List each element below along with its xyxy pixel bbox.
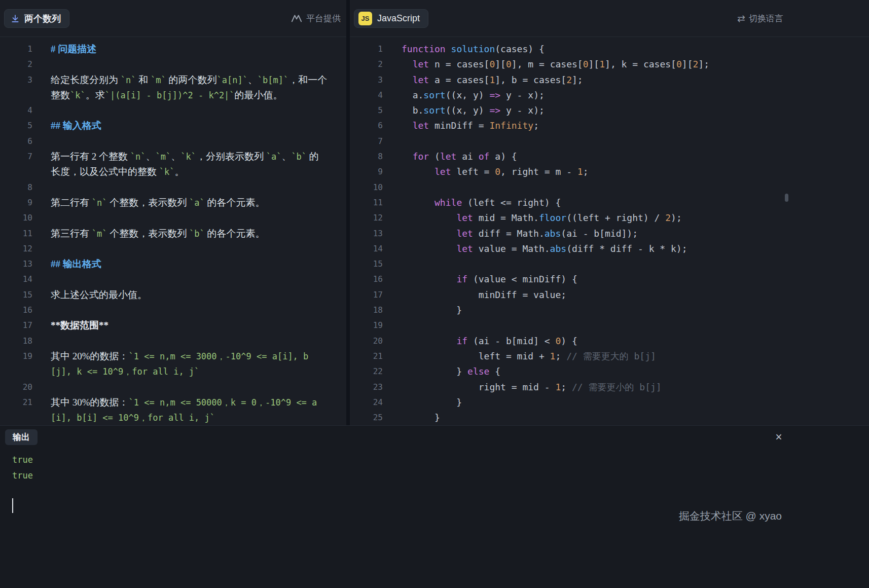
code-line: 7 [350, 134, 869, 149]
line-content: 第三行有 `m` 个整数，表示数列 `b` 的各个元素。 [32, 226, 265, 241]
markdown-line: 1# 问题描述 [0, 42, 346, 57]
watermark: 掘金技术社区 @ xyao [679, 509, 782, 523]
markdown-line: 10 [0, 210, 346, 226]
output-tab[interactable]: 输出 [5, 429, 38, 445]
output-console[interactable]: 输出 × truetrue 掘金技术社区 @ xyao [0, 425, 869, 588]
line-content: 长度，以及公式中的整数 `k`。 [32, 164, 184, 179]
line-number: 4 [0, 103, 32, 118]
line-number: 6 [350, 118, 383, 133]
code-line: 18 } [350, 303, 869, 318]
line-number: 16 [350, 272, 383, 287]
problem-panel-header: 两个数列 平台提供 [0, 0, 346, 37]
language-button[interactable]: JS JavaScript [354, 9, 428, 28]
line-number: 20 [350, 334, 383, 349]
console-output-line: true [12, 468, 33, 484]
markdown-line: 2 [0, 57, 346, 72]
line-number: 4 [350, 88, 383, 103]
line-content: } [383, 410, 440, 425]
app-root: 两个数列 平台提供 1# 问题描述23给定长度分别为 `n` 和 `m` 的两个… [0, 0, 869, 588]
line-content: left = mid + 1; // 需要更大的 b[j] [383, 349, 656, 364]
code-line: 6 let minDiff = Infinity; [350, 118, 869, 133]
markdown-line: 14 [0, 272, 346, 287]
line-number: 2 [350, 57, 383, 72]
line-number: 15 [0, 287, 32, 303]
line-content: [j], k <= 10^9，for all i, j` [32, 364, 199, 379]
markdown-line: 12 [0, 241, 346, 256]
line-content: if (ai - b[mid] < 0) { [383, 334, 577, 349]
line-number: 11 [350, 195, 383, 210]
markdown-line: 7第一行有 2 个整数 `n`、`m`、`k`，分别表示数列 `a`、`b` 的 [0, 149, 346, 164]
line-content [383, 180, 402, 195]
markdown-content[interactable]: 1# 问题描述23给定长度分别为 `n` 和 `m` 的两个数列`a[n]`、`… [0, 37, 346, 425]
code-panel-header: JS JavaScript ⇄ 切换语言 [350, 0, 869, 37]
line-content: let diff = Math.abs(ai - b[mid]); [383, 226, 638, 241]
line-content [32, 103, 51, 118]
line-number: 11 [0, 226, 32, 241]
line-content: 求上述公式的最小值。 [32, 287, 147, 303]
line-number: 21 [0, 395, 32, 410]
panel-divider[interactable] [346, 0, 350, 425]
platform-provider-label: 平台提供 [306, 13, 341, 24]
markdown-line: 5## 输入格式 [0, 118, 346, 133]
line-number: 15 [350, 256, 383, 272]
line-content [32, 380, 51, 395]
markdown-line: 15求上述公式的最小值。 [0, 287, 346, 303]
problem-title-button[interactable]: 两个数列 [4, 9, 69, 28]
markdown-line: 长度，以及公式中的整数 `k`。 [0, 164, 346, 179]
line-number [0, 164, 32, 179]
line-number [0, 364, 32, 379]
line-content: function solution(cases) { [383, 42, 545, 57]
line-content: # 问题描述 [32, 42, 96, 57]
markdown-line: 16 [0, 303, 346, 318]
line-content: **数据范围** [32, 318, 108, 333]
code-line: 25 } [350, 410, 869, 425]
code-line: 20 if (ai - b[mid] < 0) { [350, 334, 869, 349]
line-content [32, 180, 51, 195]
line-number: 10 [0, 210, 32, 226]
code-line: 11 while (left <= right) { [350, 195, 869, 210]
line-content [32, 334, 51, 349]
code-panel: JS JavaScript ⇄ 切换语言 1function solution(… [350, 0, 869, 425]
line-content [383, 318, 402, 333]
code-line: 17 minDiff = value; [350, 287, 869, 303]
line-content: b.sort((x, y) => y - x); [383, 103, 545, 118]
markdown-line: 3给定长度分别为 `n` 和 `m` 的两个数列`a[n]`、`b[m]`，和一… [0, 72, 346, 88]
line-content [32, 303, 51, 318]
markdown-line: 9第二行有 `n` 个整数，表示数列 `a` 的各个元素。 [0, 195, 346, 210]
line-number: 1 [350, 42, 383, 57]
markdown-line: 13## 输出格式 [0, 256, 346, 272]
code-line: 13 let diff = Math.abs(ai - b[mid]); [350, 226, 869, 241]
markdown-line: 11第三行有 `m` 个整数，表示数列 `b` 的各个元素。 [0, 226, 346, 241]
line-number [0, 410, 32, 425]
line-number: 13 [0, 256, 32, 272]
line-content: let a = cases[1], b = cases[2]; [383, 72, 583, 88]
code-line: 23 right = mid - 1; // 需要更小的 b[j] [350, 380, 869, 395]
line-content [383, 134, 402, 149]
markdown-line: [i], b[i] <= 10^9，for all i, j` [0, 410, 346, 425]
line-content: } [383, 395, 462, 410]
code-editor[interactable]: 1function solution(cases) {2 let n = cas… [350, 37, 869, 425]
line-number: 19 [350, 318, 383, 333]
code-line: 15 [350, 256, 869, 272]
close-console-icon[interactable]: × [772, 430, 786, 444]
line-number: 24 [350, 395, 383, 410]
download-icon [11, 14, 20, 23]
line-number: 7 [0, 149, 32, 164]
scrollbar-thumb[interactable] [785, 194, 788, 202]
switch-language-button[interactable]: ⇄ 切换语言 [737, 0, 783, 36]
code-line: 5 b.sort((x, y) => y - x); [350, 103, 869, 118]
platform-logo-icon [291, 13, 302, 23]
line-number: 22 [350, 364, 383, 379]
line-content: 其中 30%的数据：`1 <= n,m <= 50000，k = 0，-10^9… [32, 395, 317, 410]
line-number: 9 [350, 164, 383, 179]
markdown-line: 18 [0, 334, 346, 349]
line-content: ## 输入格式 [32, 118, 101, 133]
line-content [383, 256, 402, 272]
switch-language-label: 切换语言 [749, 13, 783, 24]
line-number: 7 [350, 134, 383, 149]
line-number: 5 [0, 118, 32, 133]
problem-title: 两个数列 [24, 13, 61, 25]
line-content: minDiff = value; [383, 287, 566, 303]
platform-provider: 平台提供 [291, 0, 341, 36]
console-output: truetrue [12, 452, 33, 484]
